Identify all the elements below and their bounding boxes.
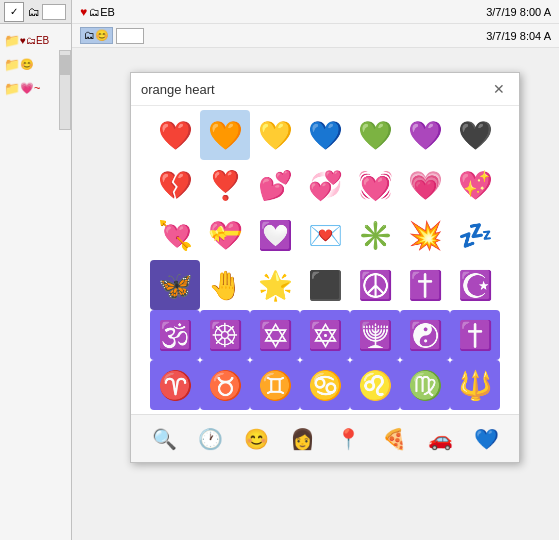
icons-row3: 💗~ [20,82,40,95]
emoji-cell-27[interactable]: ☪️ [450,260,500,310]
left-panel-icon1: 🗂 [28,5,40,19]
header-timestamp-2: 3/7/19 8:04 A [486,30,551,42]
emoji-cell-17[interactable]: 💌 [300,210,350,260]
emoji-cell-26[interactable]: ✝️ [400,260,450,310]
checkbox-check: ✓ [10,6,18,17]
emoji-cell-41[interactable]: 🔱 [450,360,500,410]
emoji-cell-34[interactable]: ✝️ [450,310,500,360]
popup-header: orange heart ✕ [131,73,519,106]
left-panel-top: ✓ 🗂 [0,0,71,24]
emoji-cell-10[interactable]: 💞 [300,160,350,210]
emoji-cell-7[interactable]: 💔 [150,160,200,210]
emoji-cell-33[interactable]: ☯️ [400,310,450,360]
left-scrollbar-thumb [60,55,70,75]
emoji-cell-24[interactable]: ⬛ [300,260,350,310]
emoji-picker-popup: orange heart ✕ ❤️🧡💛💙💚💜🖤💔❣️💕💞💓💗💖💘💝💟💌✳️💥💤🦋… [130,72,520,463]
emoji-cell-15[interactable]: 💝 [200,210,250,260]
heart-icon-row1: ♥🗂EB [20,35,49,46]
toolbar-search-btn[interactable]: 🔍 [146,421,182,457]
header-bar: ♥ 🗂EB 3/7/19 8:00 A 🗂😊 3/7/19 8:04 A [72,0,559,48]
toolbar-smiley-btn[interactable]: 😊 [238,421,274,457]
emoji-cell-4[interactable]: 💚 [350,110,400,160]
left-scrollbar[interactable] [59,50,71,130]
header-timestamp-1: 3/7/19 8:00 A [486,6,551,18]
folder-icon-3: 📁 [4,81,20,96]
emoji-cell-22[interactable]: 🤚 [200,260,250,310]
left-panel: ✓ 🗂 📁 ♥🗂EB 📁 😊 📁 💗~ [0,0,72,540]
header-row-2: 🗂😊 3/7/19 8:04 A [72,24,559,48]
close-button[interactable]: ✕ [489,79,509,99]
emoji-grid: ❤️🧡💛💙💚💜🖤💔❣️💕💞💓💗💖💘💝💟💌✳️💥💤🦋🤚🌟⬛☮️✝️☪️🕉️☸️✡️… [131,106,519,414]
checkbox[interactable]: ✓ [4,2,24,22]
header-input-box[interactable] [116,28,144,44]
toolbar-clock-btn[interactable]: 🕐 [192,421,228,457]
folder-icon-1: 📁 [4,33,20,48]
emoji-cell-2[interactable]: 💛 [250,110,300,160]
emoji-cell-8[interactable]: ❣️ [200,160,250,210]
toolbar-face-btn[interactable]: 👩 [284,421,320,457]
emoji-cell-18[interactable]: ✳️ [350,210,400,260]
left-panel-input[interactable] [42,4,66,20]
folder-icon-2: 📁 [4,57,20,72]
emoji-cell-32[interactable]: 🕎 [350,310,400,360]
emoji-cell-13[interactable]: 💖 [450,160,500,210]
emoji-cell-38[interactable]: ♋ [300,360,350,410]
emoji-cell-37[interactable]: ♊ [250,360,300,410]
toolbar-pin-btn[interactable]: 📍 [330,421,366,457]
emoji-cell-30[interactable]: ✡️ [250,310,300,360]
emoji-cell-29[interactable]: ☸️ [200,310,250,360]
emoji-cell-40[interactable]: ♍ [400,360,450,410]
emoji-cell-35[interactable]: ♈ [150,360,200,410]
heart-icon-header: ♥ [80,5,87,19]
emoji-cell-19[interactable]: 💥 [400,210,450,260]
emoji-cell-16[interactable]: 💟 [250,210,300,260]
popup-title: orange heart [141,82,215,97]
emoji-cell-12[interactable]: 💗 [400,160,450,210]
emoji-cell-39[interactable]: ♌ [350,360,400,410]
left-panel-row-1: 📁 ♥🗂EB [0,28,71,52]
header-label-1: 🗂EB [89,6,115,18]
toolbar-pizza-btn[interactable]: 🍕 [376,421,412,457]
emoji-cell-23[interactable]: 🌟 [250,260,300,310]
icons-row2: 😊 [20,58,34,71]
header-icons-2: 🗂😊 [80,27,144,44]
toolbar-car-btn[interactable]: 🚗 [422,421,458,457]
emoji-cell-21[interactable]: 🦋 [150,260,200,310]
header-icons-1: ♥ 🗂EB [80,5,115,19]
emoji-cell-20[interactable]: 💤 [450,210,500,260]
emoji-cell-28[interactable]: 🕉️ [150,310,200,360]
emoji-cell-9[interactable]: 💕 [250,160,300,210]
emoji-cell-36[interactable]: ♉ [200,360,250,410]
emoji-cell-31[interactable]: 🔯 [300,310,350,360]
emoji-cell-11[interactable]: 💓 [350,160,400,210]
emoji-cell-0[interactable]: ❤️ [150,110,200,160]
emoji-cell-5[interactable]: 💜 [400,110,450,160]
emoji-cell-6[interactable]: 🖤 [450,110,500,160]
emoji-cell-25[interactable]: ☮️ [350,260,400,310]
header-icon-group: 🗂😊 [80,27,113,44]
popup-toolbar: 🔍 🕐 😊 👩 📍 🍕 🚗 💙 [131,414,519,462]
emoji-cell-1[interactable]: 🧡 [200,110,250,160]
emoji-cell-3[interactable]: 💙 [300,110,350,160]
emoji-cell-14[interactable]: 💘 [150,210,200,260]
toolbar-heart-btn[interactable]: 💙 [468,421,504,457]
header-row-1: ♥ 🗂EB 3/7/19 8:00 A [72,0,559,24]
